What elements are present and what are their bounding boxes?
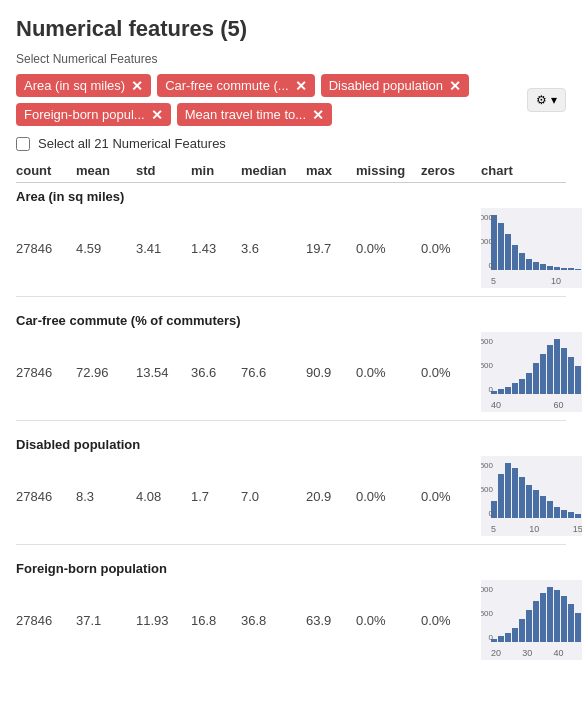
settings-button[interactable]: ⚙ ▾	[527, 88, 566, 112]
tag-tag-foreignborn: Foreign-born popul...✕	[16, 103, 171, 126]
bar	[547, 345, 553, 394]
feature-block: Car-free commute (% of commuters)2784672…	[16, 313, 566, 421]
bar	[498, 389, 504, 394]
x-tick: 5	[491, 524, 496, 534]
table-header: count mean std min median max missing ze…	[16, 163, 566, 183]
cell-count: 27846	[16, 241, 76, 256]
tag-label: Foreign-born popul...	[24, 107, 145, 122]
x-tick: 15	[573, 524, 582, 534]
bar	[505, 234, 511, 270]
col-chart: chart	[481, 163, 566, 178]
bar	[519, 379, 525, 394]
col-std: std	[136, 163, 191, 178]
cell-zeros: 0.0%	[421, 365, 481, 380]
cell-median: 76.6	[241, 365, 306, 380]
bar	[561, 596, 567, 642]
y-tick: 0	[489, 509, 493, 518]
bar	[519, 619, 525, 642]
bar	[568, 357, 574, 394]
table-row: 278464.593.411.433.619.70.0%0.0%20001000…	[16, 208, 566, 288]
bar	[512, 468, 518, 518]
tag-remove-button[interactable]: ✕	[449, 79, 461, 93]
bar	[575, 366, 581, 394]
histogram-chart: 15005000406080	[481, 332, 582, 412]
histogram-chart: 150050005101520	[481, 456, 582, 536]
feature-block: Foreign-born population2784637.111.9316.…	[16, 561, 566, 660]
cell-min: 1.7	[191, 489, 241, 504]
bar	[519, 253, 525, 270]
cell-std: 11.93	[136, 613, 191, 628]
histogram-chart: 100050002030405060	[481, 580, 582, 660]
bar	[512, 628, 518, 642]
tag-remove-button[interactable]: ✕	[295, 79, 307, 93]
histogram-chart: 20001000051015	[481, 208, 582, 288]
cell-median: 36.8	[241, 613, 306, 628]
bar	[575, 269, 581, 270]
bar	[554, 267, 560, 270]
tag-label: Disabled population	[329, 78, 443, 93]
bar	[575, 613, 581, 642]
y-tick: 2000	[481, 213, 493, 222]
cell-count: 27846	[16, 489, 76, 504]
col-max: max	[306, 163, 356, 178]
bar	[554, 590, 560, 642]
cell-std: 13.54	[136, 365, 191, 380]
bar	[526, 259, 532, 270]
bar	[575, 514, 581, 518]
cell-mean: 4.59	[76, 241, 136, 256]
bar	[547, 266, 553, 270]
cell-mean: 72.96	[76, 365, 136, 380]
bar	[561, 348, 567, 394]
gear-icon: ⚙	[536, 93, 547, 107]
select-all-row: Select all 21 Numerical Features	[16, 136, 566, 151]
tag-tag-disabled: Disabled population✕	[321, 74, 469, 97]
tag-remove-button[interactable]: ✕	[312, 108, 324, 122]
cell-min: 36.6	[191, 365, 241, 380]
cell-max: 19.7	[306, 241, 356, 256]
bar	[554, 507, 560, 518]
bar	[498, 636, 504, 642]
bar	[498, 474, 504, 518]
tag-label: Car-free commute (...	[165, 78, 289, 93]
x-tick: 10	[551, 276, 561, 286]
feature-name: Disabled population	[16, 437, 566, 452]
features-container: Area (in sq miles)278464.593.411.433.619…	[16, 189, 566, 660]
bar	[540, 593, 546, 642]
cell-max: 63.9	[306, 613, 356, 628]
x-tick: 60	[553, 400, 563, 410]
cell-zeros: 0.0%	[421, 489, 481, 504]
y-tick: 1500	[481, 337, 493, 346]
y-tick: 500	[481, 361, 493, 370]
bar	[540, 354, 546, 394]
bar	[526, 485, 532, 518]
select-all-checkbox[interactable]	[16, 137, 30, 151]
bar	[554, 339, 560, 394]
tag-tag-carfree: Car-free commute (...✕	[157, 74, 315, 97]
x-tick: 5	[491, 276, 496, 286]
bar	[540, 496, 546, 518]
x-tick: 20	[491, 648, 501, 658]
bar	[533, 490, 539, 518]
table-row: 278468.34.081.77.020.90.0%0.0%1500500051…	[16, 456, 566, 536]
feature-block: Area (in sq miles)278464.593.411.433.619…	[16, 189, 566, 297]
bar	[512, 383, 518, 394]
bar	[533, 601, 539, 642]
cell-min: 16.8	[191, 613, 241, 628]
tags-container: Area (in sq miles)✕Car-free commute (...…	[16, 74, 566, 126]
bar	[561, 510, 567, 518]
tag-tag-area: Area (in sq miles)✕	[16, 74, 151, 97]
tag-remove-button[interactable]: ✕	[151, 108, 163, 122]
bar	[561, 268, 567, 270]
feature-name: Foreign-born population	[16, 561, 566, 576]
y-tick: 0	[489, 633, 493, 642]
cell-median: 3.6	[241, 241, 306, 256]
cell-count: 27846	[16, 613, 76, 628]
tag-tag-meantravel: Mean travel time to...✕	[177, 103, 332, 126]
bar	[568, 268, 574, 270]
cell-missing: 0.0%	[356, 241, 421, 256]
feature-name: Car-free commute (% of commuters)	[16, 313, 566, 328]
tag-remove-button[interactable]: ✕	[131, 79, 143, 93]
select-label: Select Numerical Features	[16, 52, 566, 66]
col-mean: mean	[76, 163, 136, 178]
bar	[512, 245, 518, 270]
